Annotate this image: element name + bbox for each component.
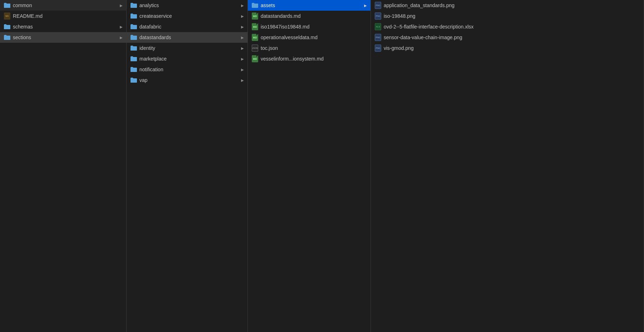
folder-icon	[251, 2, 259, 9]
chevron-right-icon: ▶	[238, 57, 244, 61]
folder-icon	[4, 2, 11, 9]
item-toc-json[interactable]: JSONtoc.json	[248, 43, 370, 53]
item-sensor-data[interactable]: PNGsensor-data-value-chain-image.png	[371, 32, 644, 43]
column-3: assets▶MDdatastandards.mdMDiso19847iso19…	[248, 0, 371, 332]
item-label-createaservice: createaservice	[139, 13, 238, 19]
item-identity[interactable]: identity▶	[127, 43, 247, 53]
folder-icon	[130, 23, 137, 30]
md-icon: MD	[251, 55, 259, 62]
item-label-assets: assets	[261, 2, 361, 8]
column-1: common▶MDREADME.md schemas▶ sections▶	[0, 0, 127, 332]
item-datastandards[interactable]: datastandards▶	[127, 32, 247, 43]
item-operationalvesseldata[interactable]: MDoperationalvesseldata.md	[248, 32, 370, 43]
item-notification[interactable]: notification▶	[127, 64, 247, 75]
item-iso-19848[interactable]: PNGiso-19848.png	[371, 11, 644, 21]
item-label-identity: identity	[139, 45, 238, 51]
chevron-right-icon: ▶	[117, 36, 123, 40]
folder-icon	[4, 34, 11, 41]
item-marketplace[interactable]: marketplace▶	[127, 53, 247, 64]
item-sections[interactable]: sections▶	[0, 32, 126, 43]
item-label-vesselinform: vesselinform...ionsystem.md	[261, 56, 367, 62]
item-label-datafabric: datafabric	[139, 24, 238, 30]
item-label-iso19847iso19848: iso19847iso19848.md	[261, 24, 367, 30]
item-label-notification: notification	[139, 67, 238, 72]
item-datastandards-md[interactable]: MDdatastandards.md	[248, 11, 370, 21]
item-label-analytics: analytics	[139, 2, 238, 8]
chevron-right-icon: ▶	[238, 25, 244, 29]
md-icon: MD	[251, 23, 259, 30]
item-vesselinform[interactable]: MDvesselinform...ionsystem.md	[248, 53, 370, 64]
item-readme[interactable]: MDREADME.md	[0, 11, 126, 21]
chevron-right-icon: ▶	[238, 46, 244, 50]
folder-icon	[130, 77, 137, 84]
item-createaservice[interactable]: createaservice▶	[127, 11, 247, 21]
folder-icon	[4, 23, 11, 30]
item-vap[interactable]: vap▶	[127, 75, 247, 85]
item-label-ovd-xlsx: ovd-2--5-flatfile-interface-description.…	[384, 24, 640, 30]
item-label-vap: vap	[139, 77, 238, 83]
item-label-readme: README.md	[13, 13, 123, 19]
chevron-right-icon: ▶	[117, 4, 123, 7]
folder-icon	[130, 45, 137, 52]
readme-icon: MD	[4, 12, 11, 20]
item-ovd-xlsx[interactable]: XLSovd-2--5-flatfile-interface-descripti…	[371, 21, 644, 32]
item-label-iso-19848: iso-19848.png	[384, 13, 640, 19]
folder-icon	[130, 12, 137, 20]
item-schemas[interactable]: schemas▶	[0, 21, 126, 32]
column-2: analytics▶ createaservice▶ datafabric▶ d…	[127, 0, 248, 332]
item-label-operationalvesseldata: operationalvesseldata.md	[261, 35, 367, 40]
item-analytics[interactable]: analytics▶	[127, 0, 247, 11]
md-icon: MD	[251, 34, 259, 41]
item-label-vis-gmod: vis-gmod.png	[384, 45, 640, 51]
chevron-right-icon: ▶	[238, 68, 244, 72]
chevron-right-icon: ▶	[117, 25, 123, 29]
chevron-right-icon: ▶	[238, 78, 244, 82]
folder-icon	[130, 34, 137, 41]
folder-icon	[130, 2, 137, 9]
item-label-application-data-standards: application_data_standards.png	[384, 2, 640, 8]
column-4: PNGapplication_data_standards.pngPNGiso-…	[371, 0, 644, 332]
folder-icon	[130, 55, 137, 62]
png-icon: PNG	[374, 34, 382, 41]
item-application-data-standards[interactable]: PNGapplication_data_standards.png	[371, 0, 644, 11]
png-icon: PNG	[374, 45, 382, 52]
item-label-marketplace: marketplace	[139, 56, 238, 62]
chevron-right-icon: ▶	[238, 36, 244, 40]
item-vis-gmod[interactable]: PNGvis-gmod.png	[371, 43, 644, 53]
item-label-common: common	[13, 2, 117, 8]
json-icon: JSON	[251, 45, 259, 52]
item-iso19847iso19848[interactable]: MDiso19847iso19848.md	[248, 21, 370, 32]
folder-icon	[130, 66, 137, 73]
md-icon: MD	[251, 12, 259, 20]
item-common[interactable]: common▶	[0, 0, 126, 11]
chevron-right-icon: ▶	[238, 14, 244, 18]
xlsx-icon: XLS	[374, 23, 382, 30]
item-label-sections: sections	[13, 35, 117, 40]
png-icon: PNG	[374, 12, 382, 20]
chevron-right-icon: ▶	[238, 4, 244, 7]
item-label-toc-json: toc.json	[261, 45, 367, 51]
item-label-sensor-data: sensor-data-value-chain-image.png	[384, 35, 640, 40]
png-icon: PNG	[374, 2, 382, 9]
item-datafabric[interactable]: datafabric▶	[127, 21, 247, 32]
item-label-schemas: schemas	[13, 24, 117, 30]
item-label-datastandards: datastandards	[139, 35, 238, 40]
item-assets[interactable]: assets▶	[248, 0, 370, 11]
chevron-right-icon: ▶	[361, 4, 367, 7]
item-label-datastandards-md: datastandards.md	[261, 13, 367, 19]
